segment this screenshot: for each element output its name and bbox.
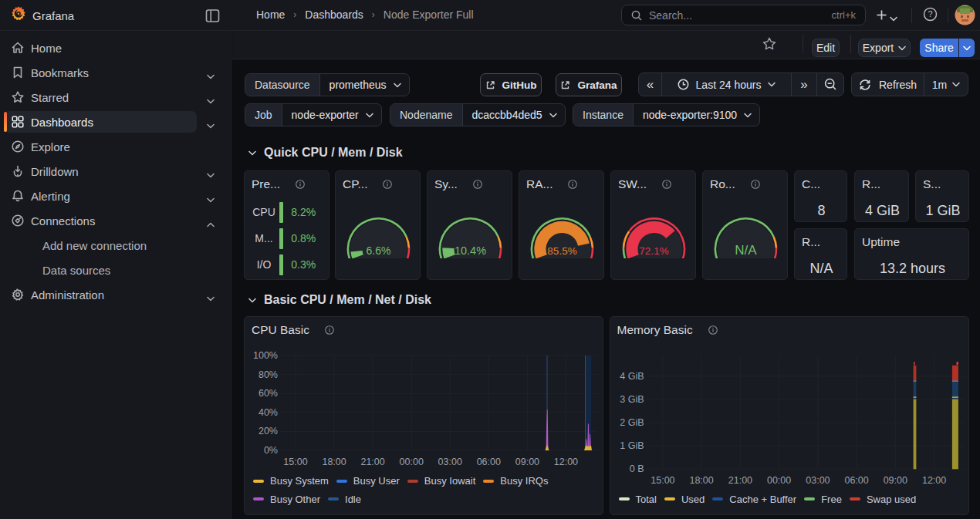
svg-text:03:00: 03:00 <box>438 457 462 467</box>
svg-text:20%: 20% <box>259 426 278 436</box>
svg-text:18:00: 18:00 <box>322 457 346 467</box>
svg-text:09:00: 09:00 <box>883 475 907 486</box>
svg-text:80%: 80% <box>259 369 278 380</box>
svg-text:?: ? <box>928 9 932 19</box>
svg-text:03:00: 03:00 <box>806 475 830 486</box>
svg-text:60%: 60% <box>259 388 278 399</box>
svg-text:15:00: 15:00 <box>283 457 307 467</box>
svg-text:6.6%: 6.6% <box>367 244 391 257</box>
svg-text:3 GiB: 3 GiB <box>620 394 644 405</box>
svg-text:15:00: 15:00 <box>651 475 674 486</box>
svg-text:0 B: 0 B <box>629 463 644 474</box>
svg-text:00:00: 00:00 <box>400 457 424 467</box>
svg-text:4 GiB: 4 GiB <box>620 371 644 382</box>
svg-text:12:00: 12:00 <box>921 475 945 486</box>
svg-text:N/A: N/A <box>735 243 757 258</box>
svg-text:100%: 100% <box>253 350 278 361</box>
svg-text:72.1%: 72.1% <box>639 245 668 257</box>
svg-text:06:00: 06:00 <box>477 457 501 467</box>
svg-text:40%: 40% <box>259 407 278 418</box>
svg-text:0%: 0% <box>264 445 278 456</box>
svg-text:09:00: 09:00 <box>515 457 539 467</box>
svg-text:10.4%: 10.4% <box>455 244 486 257</box>
svg-text:12:00: 12:00 <box>554 457 578 467</box>
svg-text:21:00: 21:00 <box>360 457 384 467</box>
svg-text:2 GiB: 2 GiB <box>620 417 644 428</box>
svg-text:1 GiB: 1 GiB <box>620 440 644 451</box>
svg-text:21:00: 21:00 <box>728 475 752 486</box>
svg-text:85.5%: 85.5% <box>547 245 576 257</box>
svg-text:00:00: 00:00 <box>766 475 790 486</box>
svg-text:18:00: 18:00 <box>689 475 713 486</box>
svg-text:06:00: 06:00 <box>844 475 868 486</box>
